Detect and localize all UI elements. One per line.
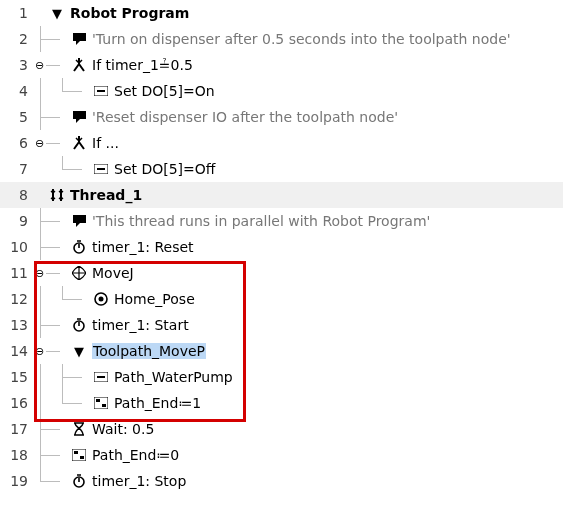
collapse-toggle[interactable]: ⊖ — [35, 59, 44, 72]
tree-row[interactable]: 12 Home_Pose — [0, 286, 563, 312]
tree-gutter — [34, 208, 70, 234]
node-label: If ... — [92, 135, 119, 151]
move-icon — [70, 264, 88, 282]
tree-row[interactable]: 15 Path_WaterPump — [0, 364, 563, 390]
node-label: Set DO[5]=Off — [114, 161, 215, 177]
line-number: 19 — [0, 473, 34, 489]
collapse-toggle[interactable]: ⊖ — [35, 345, 44, 358]
node-label-selected: Toolpath_MoveP — [92, 343, 206, 359]
svg-rect-15 — [80, 456, 84, 459]
svg-rect-12 — [102, 404, 106, 407]
tree-gutter: ⊖ — [34, 260, 70, 286]
set-icon — [92, 82, 110, 100]
tree-row[interactable]: 10 timer_1: Reset — [0, 234, 563, 260]
line-number: 12 — [0, 291, 34, 307]
line-number: 13 — [0, 317, 34, 333]
tree-gutter — [34, 286, 92, 312]
tree-gutter: ⊖ — [34, 338, 70, 364]
line-number: 2 — [0, 31, 34, 47]
line-number: 5 — [0, 109, 34, 125]
svg-rect-1 — [97, 90, 105, 92]
tree-row[interactable]: 17 Wait: 0.5 — [0, 416, 563, 442]
svg-rect-9 — [97, 376, 105, 378]
svg-rect-3 — [97, 168, 105, 170]
tree-gutter — [34, 416, 70, 442]
hourglass-icon — [70, 420, 88, 438]
tree-gutter — [34, 364, 92, 390]
line-number: 11 — [0, 265, 34, 281]
tree-gutter — [34, 468, 70, 494]
tree-row[interactable]: 1 ▼ Robot Program — [0, 0, 563, 26]
node-label: timer_1: Stop — [92, 473, 186, 489]
svg-rect-10 — [94, 397, 108, 409]
line-number: 3 — [0, 57, 34, 73]
tree-gutter — [34, 182, 48, 208]
comment-icon — [70, 108, 88, 126]
node-label: MoveJ — [92, 265, 134, 281]
tree-row[interactable]: 7 Set DO[5]=Off — [0, 156, 563, 182]
tree-row[interactable]: 19 timer_1: Stop — [0, 468, 563, 494]
svg-rect-13 — [72, 449, 86, 461]
node-label: Wait: 0.5 — [92, 421, 154, 437]
tree-gutter — [34, 104, 70, 130]
tree-row[interactable]: 16 Path_End≔1 — [0, 390, 563, 416]
tree-row[interactable]: 13 timer_1: Start — [0, 312, 563, 338]
tree-row[interactable]: 14 ⊖ ▼ Toolpath_MoveP — [0, 338, 563, 364]
tree-row[interactable]: 3 ⊖ If timer_1≟0.5 — [0, 52, 563, 78]
triangle-down-icon[interactable]: ▼ — [48, 4, 66, 22]
line-number: 16 — [0, 395, 34, 411]
tree-row[interactable]: 11 ⊖ MoveJ — [0, 260, 563, 286]
tree-row[interactable]: 2 'Turn on dispenser after 0.5 seconds i… — [0, 26, 563, 52]
tree-row[interactable]: 8 Thread_1 — [0, 182, 563, 208]
node-label: Path_End≔1 — [114, 395, 201, 411]
svg-point-6 — [99, 297, 104, 302]
svg-rect-11 — [96, 399, 100, 402]
tree-gutter — [34, 156, 92, 182]
tree-gutter — [34, 312, 70, 338]
tree-gutter — [34, 26, 70, 52]
line-number: 18 — [0, 447, 34, 463]
tree-gutter: ⊖ — [34, 130, 70, 156]
tree-gutter — [34, 390, 92, 416]
svg-rect-14 — [74, 451, 78, 454]
line-number: 17 — [0, 421, 34, 437]
tree-row[interactable]: 5 'Reset dispenser IO after the toolpath… — [0, 104, 563, 130]
line-number: 14 — [0, 343, 34, 359]
tree-gutter — [34, 442, 70, 468]
line-number: 15 — [0, 369, 34, 385]
node-label: 'This thread runs in parallel with Robot… — [92, 213, 430, 229]
tree-row[interactable]: 4 Set DO[5]=On — [0, 78, 563, 104]
tree-gutter — [34, 234, 70, 260]
set-icon — [92, 160, 110, 178]
line-number: 9 — [0, 213, 34, 229]
node-label: Home_Pose — [114, 291, 195, 307]
node-label: 'Turn on dispenser after 0.5 seconds int… — [92, 31, 511, 47]
tree-gutter — [34, 78, 92, 104]
triangle-down-icon[interactable]: ▼ — [70, 342, 88, 360]
line-number: 4 — [0, 83, 34, 99]
waypoint-icon — [92, 290, 110, 308]
comment-icon — [70, 212, 88, 230]
node-label: Path_End≔0 — [92, 447, 179, 463]
collapse-toggle[interactable]: ⊖ — [35, 267, 44, 280]
tree-row[interactable]: 9 'This thread runs in parallel with Rob… — [0, 208, 563, 234]
assign-icon — [70, 446, 88, 464]
set-icon — [92, 368, 110, 386]
node-label: If timer_1≟0.5 — [92, 57, 193, 73]
branch-icon — [70, 134, 88, 152]
tree-row[interactable]: 6 ⊖ If ... — [0, 130, 563, 156]
tree-row[interactable]: 18 Path_End≔0 — [0, 442, 563, 468]
node-label: Path_WaterPump — [114, 369, 233, 385]
branch-icon — [70, 56, 88, 74]
thread-icon — [48, 186, 66, 204]
tree-gutter — [34, 0, 48, 26]
line-number: 8 — [0, 187, 34, 203]
collapse-toggle[interactable]: ⊖ — [35, 137, 44, 150]
node-label: 'Reset dispenser IO after the toolpath n… — [92, 109, 398, 125]
assign-icon — [92, 394, 110, 412]
timer-icon — [70, 238, 88, 256]
node-label: Robot Program — [70, 5, 189, 21]
line-number: 10 — [0, 239, 34, 255]
node-label: timer_1: Start — [92, 317, 189, 333]
node-label: Thread_1 — [70, 187, 142, 203]
